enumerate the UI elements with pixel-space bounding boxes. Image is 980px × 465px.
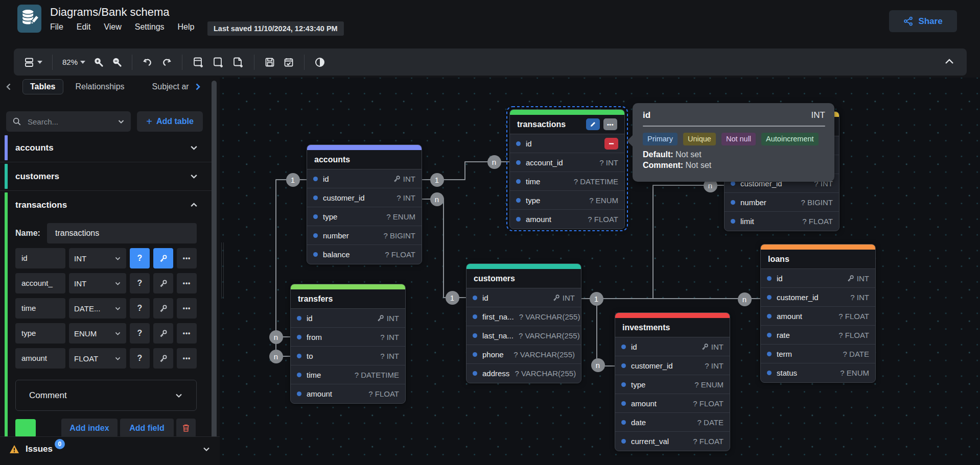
canvas-table-loans[interactable]: loans idINT customer_id? INT amount? FLO… xyxy=(760,244,876,383)
table-field-row[interactable]: term? DATE xyxy=(761,345,875,363)
chevron-down-icon[interactable] xyxy=(202,445,211,453)
menu-view[interactable]: View xyxy=(104,22,121,32)
table-item-header[interactable]: accounts xyxy=(0,134,212,162)
delete-table-button[interactable] xyxy=(176,419,196,437)
table-field-row[interactable]: number? BIGINT xyxy=(725,193,839,212)
table-field-row[interactable]: to? INT xyxy=(291,347,405,365)
field-more-options-button[interactable]: ••• xyxy=(177,323,197,344)
chevron-down-icon[interactable] xyxy=(118,118,125,125)
search-input[interactable]: Search... xyxy=(6,111,131,132)
table-field-row[interactable]: time? DATETIME xyxy=(510,172,624,191)
field-more-options-button[interactable]: ••• xyxy=(177,273,197,293)
diagram-canvas[interactable]: accounts idINT customer_id? INT type? EN… xyxy=(220,78,980,465)
share-button[interactable]: Share xyxy=(889,10,957,32)
table-field-row[interactable]: idINT xyxy=(615,337,730,356)
field-name-input[interactable]: amount xyxy=(15,348,65,369)
field-primary-key-toggle[interactable] xyxy=(153,348,173,369)
add-note-button[interactable] xyxy=(232,56,244,68)
add-table-button[interactable] xyxy=(192,56,204,68)
table-field-row[interactable]: status? ENUM xyxy=(761,363,875,382)
canvas-table-transactions[interactable]: transactions ••• id account_id? INT time… xyxy=(509,109,625,229)
issues-bar[interactable]: Issues0 xyxy=(0,436,220,461)
table-field-row[interactable]: balance? FLOAT xyxy=(307,245,422,264)
menu-help[interactable]: Help xyxy=(178,22,195,32)
table-field-row[interactable]: amount? FLOAT xyxy=(615,394,730,413)
canvas-table-investments[interactable]: investments idINT customer_id? INT type?… xyxy=(615,312,730,451)
table-field-row[interactable]: amount? FLOAT xyxy=(510,210,624,229)
relationship-line[interactable] xyxy=(653,185,725,299)
relationship-line[interactable] xyxy=(597,299,615,366)
table-name-input[interactable]: transactions xyxy=(47,223,197,243)
table-field-row[interactable]: customer_id? INT xyxy=(761,288,875,307)
field-name-input[interactable]: account_ xyxy=(15,273,65,293)
field-nullable-toggle[interactable]: ? xyxy=(130,323,150,344)
table-field-row[interactable]: customer_id? INT xyxy=(307,188,422,207)
redo-button[interactable] xyxy=(161,57,172,68)
field-type-select[interactable]: FLOAT xyxy=(69,348,126,369)
field-type-select[interactable]: INT xyxy=(69,248,126,268)
comment-section[interactable]: Comment xyxy=(15,380,197,411)
table-field-row[interactable]: amount? FLOAT xyxy=(291,384,405,403)
field-nullable-toggle[interactable]: ? xyxy=(130,248,150,268)
table-field-row[interactable]: from? INT xyxy=(291,328,405,347)
table-color-swatch[interactable] xyxy=(15,419,36,437)
table-item-header[interactable]: customers xyxy=(0,162,212,190)
field-primary-key-toggle[interactable] xyxy=(153,273,173,293)
table-field-row[interactable]: rate? FLOAT xyxy=(761,326,875,345)
diagram-menu-button[interactable] xyxy=(24,57,42,68)
field-nullable-toggle[interactable]: ? xyxy=(130,273,150,293)
table-field-row[interactable]: type? ENUM xyxy=(615,375,730,394)
table-field-row[interactable]: address? VARCHAR(255) xyxy=(466,364,581,383)
tab-subject-areas[interactable]: Subject areas xyxy=(145,80,189,94)
table-field-row[interactable]: type? ENUM xyxy=(307,207,422,226)
tab-tables[interactable]: Tables xyxy=(22,79,63,94)
add-index-button[interactable]: Add index xyxy=(61,419,118,437)
toolbar-collapse-button[interactable] xyxy=(943,56,955,68)
add-table-button-sidebar[interactable]: + Add table xyxy=(137,111,203,132)
table-field-row[interactable]: date? DATE xyxy=(615,413,730,432)
menu-edit[interactable]: Edit xyxy=(77,22,91,32)
field-type-select[interactable]: ENUM xyxy=(69,323,126,344)
table-more-options-button[interactable]: ••• xyxy=(603,118,617,130)
field-more-options-button[interactable]: ••• xyxy=(177,248,197,268)
field-more-options-button[interactable]: ••• xyxy=(177,298,197,319)
add-area-button[interactable] xyxy=(212,56,224,68)
table-field-row[interactable]: idINT xyxy=(761,269,875,288)
field-name-input[interactable]: id xyxy=(15,248,65,268)
table-field-row[interactable]: amount? FLOAT xyxy=(761,307,875,326)
table-field-row[interactable]: number? BIGINT xyxy=(307,226,422,245)
field-primary-key-toggle[interactable] xyxy=(153,248,173,268)
table-item-header[interactable]: transactions xyxy=(0,191,212,219)
field-primary-key-toggle[interactable] xyxy=(153,323,173,344)
edit-table-button[interactable] xyxy=(586,118,600,130)
table-field-row[interactable]: first_na...? VARCHAR(255) xyxy=(466,307,581,326)
table-field-row[interactable]: current_val? FLOAT xyxy=(615,432,730,451)
sidebar-scrollbar[interactable] xyxy=(212,81,217,449)
table-field-row[interactable]: idINT xyxy=(466,288,581,307)
menu-settings[interactable]: Settings xyxy=(135,22,165,32)
field-name-input[interactable]: type xyxy=(15,323,65,344)
zoom-out-button[interactable] xyxy=(111,57,122,67)
table-field-row[interactable]: last_na...? VARCHAR(255) xyxy=(466,326,581,345)
theme-toggle-button[interactable] xyxy=(314,57,325,68)
table-field-row[interactable]: account_id? INT xyxy=(510,153,624,172)
todo-button[interactable] xyxy=(283,57,294,68)
table-field-row[interactable]: customer_id? INT xyxy=(615,356,730,375)
menu-file[interactable]: File xyxy=(50,22,63,32)
canvas-table-accounts[interactable]: accounts idINT customer_id? INT type? EN… xyxy=(307,144,422,264)
save-button[interactable] xyxy=(264,57,275,68)
sidebar-resize-handle[interactable] xyxy=(221,242,224,299)
tab-relationships[interactable]: Relationships xyxy=(68,80,132,94)
canvas-table-transfers[interactable]: transfers idINT from? INT to? INT time? … xyxy=(290,284,406,404)
app-logo[interactable] xyxy=(17,5,41,33)
table-field-row[interactable]: idINT xyxy=(291,309,405,328)
zoom-level-button[interactable]: 82% xyxy=(62,58,85,66)
field-primary-key-toggle[interactable] xyxy=(153,298,173,319)
field-nullable-toggle[interactable]: ? xyxy=(130,298,150,319)
table-field-row[interactable]: id xyxy=(510,134,624,153)
undo-button[interactable] xyxy=(142,57,153,68)
delete-field-button[interactable] xyxy=(604,138,618,150)
canvas-table-customers[interactable]: customers idINT first_na...? VARCHAR(255… xyxy=(466,263,581,383)
tabs-scroll-right-button[interactable] xyxy=(193,82,202,91)
field-type-select[interactable]: INT xyxy=(69,273,126,293)
